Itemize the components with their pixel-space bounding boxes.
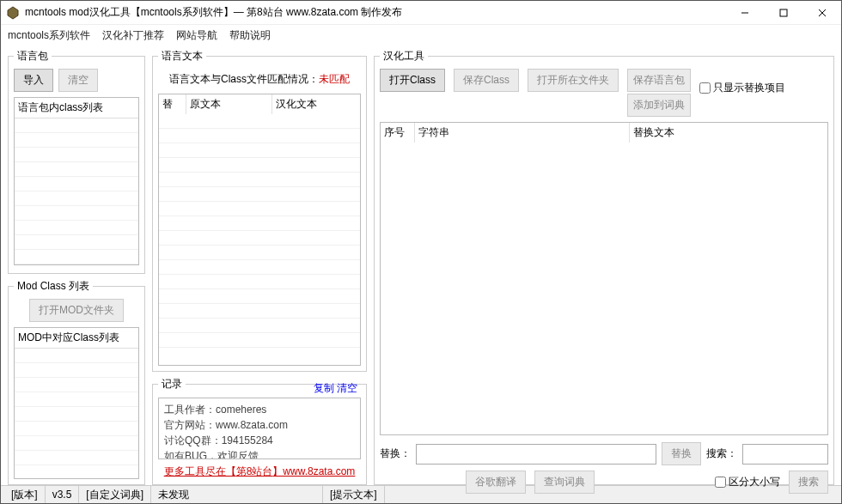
window-title: mcntools mod汉化工具【mcntools系列软件】— 第8站台 www…	[25, 5, 725, 20]
language-pack-legend: 语言包	[14, 49, 52, 64]
log-box[interactable]: 工具作者：comeheres 官方网站：www.8zata.com 讨论QQ群：…	[158, 398, 361, 459]
menubar: mcntools系列软件 汉化补丁推荐 网站导航 帮助说明	[1, 25, 841, 46]
minimize-button[interactable]	[725, 1, 764, 25]
svg-rect-2	[780, 9, 787, 16]
mod-class-group: Mod Class 列表 打开MOD文件夹 MOD中对应Class列表	[8, 279, 145, 485]
more-tools-link[interactable]: 更多工具尽在【第8站台】www.8zata.com	[158, 465, 361, 479]
menu-item-help[interactable]: 帮助说明	[229, 28, 271, 43]
language-pack-group: 语言包 导入 清空 语言包内class列表	[8, 49, 145, 274]
open-class-button[interactable]: 打开Class	[380, 69, 445, 92]
add-dict-button[interactable]: 添加到词典	[627, 94, 691, 117]
close-button[interactable]	[802, 1, 841, 25]
replace-button[interactable]: 替换	[662, 442, 701, 465]
maximize-button[interactable]	[764, 1, 802, 25]
search-label: 搜索：	[706, 446, 737, 461]
clear-langpack-button[interactable]: 清空	[58, 69, 98, 92]
open-folder-button[interactable]: 打开所在文件夹	[528, 69, 619, 92]
langtext-col-orig[interactable]: 原文本	[186, 94, 272, 114]
match-status: 未匹配	[319, 73, 350, 85]
langpack-list[interactable]	[15, 118, 138, 264]
tools-legend: 汉化工具	[380, 49, 428, 64]
status-hint-label: [提示文本]	[323, 486, 385, 503]
titlebar: mcntools mod汉化工具【mcntools系列软件】— 第8站台 www…	[1, 1, 841, 25]
save-class-button[interactable]: 保存Class	[454, 69, 519, 92]
tools-col-replace[interactable]: 替换文本	[630, 123, 827, 143]
svg-marker-0	[8, 7, 18, 19]
log-clear-link[interactable]: 清空	[337, 382, 357, 394]
langtext-col-trans[interactable]: 汉化文本	[272, 94, 360, 114]
log-group: 记录 复制 清空 工具作者：comeheres 官方网站：www.8zata.c…	[152, 377, 367, 485]
language-text-group: 语言文本 语言文本与Class文件匹配情况：未匹配 替 原文本 汉化文本	[152, 49, 367, 372]
langtext-col-flag[interactable]: 替	[159, 94, 186, 114]
match-status-line: 语言文本与Class文件匹配情况：未匹配	[158, 69, 361, 94]
search-input[interactable]	[742, 444, 828, 465]
menu-item-series[interactable]: mcntools系列软件	[8, 28, 90, 43]
status-hint-text	[385, 486, 838, 503]
statusbar: [版本] v3.5 [自定义词典] 未发现 [提示文本]	[1, 485, 841, 503]
status-version-label: [版本]	[4, 486, 46, 503]
tools-grid-body[interactable]	[381, 143, 827, 434]
modclass-list-header: MOD中对应Class列表	[15, 328, 138, 349]
save-langpack-button[interactable]: 保存语言包	[627, 69, 691, 92]
menu-item-patch[interactable]: 汉化补丁推荐	[102, 28, 164, 43]
menu-item-nav[interactable]: 网站导航	[176, 28, 217, 43]
langtext-grid-body[interactable]	[159, 114, 360, 348]
open-mod-folder-button[interactable]: 打开MOD文件夹	[29, 299, 124, 322]
tools-group: 汉化工具 打开Class 保存Class 打开所在文件夹 保存语言包 添加到词典…	[374, 49, 834, 485]
modclass-list[interactable]	[15, 349, 138, 465]
replace-label: 替换：	[380, 446, 411, 461]
show-replace-only-checkbox[interactable]: 只显示替换项目	[699, 81, 785, 95]
replace-input[interactable]	[416, 444, 656, 465]
app-icon	[6, 6, 20, 20]
import-button[interactable]: 导入	[14, 69, 53, 92]
tools-col-index[interactable]: 序号	[381, 123, 415, 143]
tools-col-string[interactable]: 字符串	[415, 123, 630, 143]
status-dict-label: [自定义词典]	[79, 486, 151, 503]
langpack-list-header: 语言包内class列表	[15, 98, 138, 118]
language-text-legend: 语言文本	[158, 49, 206, 64]
mod-class-legend: Mod Class 列表	[14, 279, 93, 294]
log-copy-link[interactable]: 复制	[314, 382, 334, 394]
status-version: v3.5	[46, 486, 80, 503]
status-dict-status: 未发现	[151, 486, 323, 503]
